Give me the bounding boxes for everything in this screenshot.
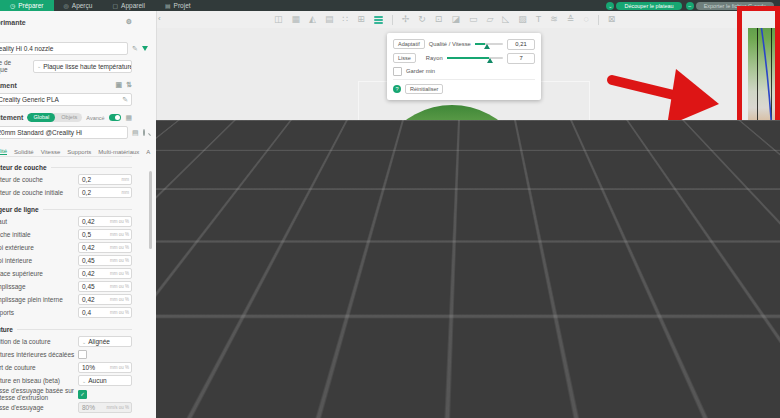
setting-input[interactable]: 0,42mm ou %: [78, 242, 132, 253]
setting-select[interactable]: ⌄Aucun: [78, 375, 132, 386]
arrange-icon[interactable]: ◭: [309, 15, 316, 24]
prepare-icon: ◷: [10, 2, 15, 9]
radius-value-input[interactable]: 7: [507, 53, 535, 64]
setting-input[interactable]: 0,42mm ou %: [78, 216, 132, 227]
filament-section-header: Filament ▣ ⇅: [0, 79, 132, 91]
process-tab-vitesse[interactable]: Vitesse: [41, 149, 61, 155]
settings-sections: Hauteur de coucheHauteur de couche0,2mmH…: [0, 162, 132, 414]
collapse-panel-icon[interactable]: ‹: [158, 14, 161, 23]
process-tab-multi-mat-riaux[interactable]: Multi-matériaux: [98, 149, 139, 155]
model-sphere[interactable]: [356, 105, 548, 347]
slice-dropdown-icon[interactable]: ⌄: [606, 2, 614, 10]
tab-aperçu[interactable]: ◎Aperçu: [54, 0, 103, 11]
lasso-icon[interactable]: ◌: [583, 15, 588, 24]
edit-filament-icon[interactable]: ✎: [122, 96, 128, 104]
layers-icon[interactable]: [374, 16, 383, 24]
filament-select[interactable]: ⌄ Creality Generic PLA ✎: [0, 93, 132, 106]
grid-icon[interactable]: ▦: [125, 114, 132, 122]
setting-input[interactable]: 0,42mm ou %: [78, 268, 132, 279]
lay-flat-icon[interactable]: ◺: [502, 15, 509, 24]
setting-input[interactable]: 0,45mm ou %: [78, 255, 132, 266]
process-title: Traitement: [0, 114, 23, 121]
paint-support-icon[interactable]: ▨: [518, 15, 527, 24]
scope-segment[interactable]: Global Objets: [27, 113, 82, 122]
radius-slider[interactable]: [447, 57, 503, 59]
nozzle-icon[interactable]: [142, 46, 148, 51]
section-title: Hauteur de couche: [0, 164, 47, 171]
setting-label: Écart de couture: [0, 364, 78, 371]
tab-appareil[interactable]: ▢Appareil: [102, 0, 155, 11]
help-icon[interactable]: ?: [393, 85, 401, 93]
setting-row: Hauteur de couche initiale0,2mm: [0, 186, 132, 199]
setting-label: Couture en biseau (beta): [0, 377, 78, 384]
cube-icon[interactable]: ◫: [274, 15, 283, 24]
plate-icon[interactable]: ▦: [292, 15, 301, 24]
setting-checkbox[interactable]: ✓: [78, 390, 87, 399]
object-name: Nom de l'objet : sphere_r-24mm.STL: [592, 380, 733, 387]
tab-préparer[interactable]: ◷Préparer: [0, 0, 54, 11]
adaptive-button[interactable]: Adaptatif: [393, 39, 425, 49]
tab-projet[interactable]: ▤Projet: [155, 0, 201, 11]
edit-printer-icon[interactable]: ✎: [132, 45, 138, 53]
settings-panel: Imprimante ⚙ Creality Hi 0.4 nozzle ✎ Ty…: [0, 11, 157, 418]
add-filament-icon[interactable]: ▣: [116, 81, 123, 89]
view-cube-front[interactable]: Avant: [176, 373, 210, 406]
setting-input[interactable]: 0,2mm: [78, 174, 132, 185]
process-tab-supports[interactable]: Supports: [67, 149, 91, 155]
search-preset-icon[interactable]: [143, 129, 145, 136]
clone-squares-icon[interactable]: ⊞: [357, 15, 365, 24]
advanced-toggle[interactable]: [109, 114, 122, 121]
setting-input[interactable]: 0,45mm ou %: [78, 281, 132, 292]
process-tab-qualit-[interactable]: Qualité: [0, 148, 7, 155]
export-dropdown-icon[interactable]: –: [686, 2, 694, 10]
text-icon[interactable]: T: [536, 15, 542, 24]
sync-filament-icon[interactable]: ⇅: [126, 81, 132, 89]
plate-type-select[interactable]: ⌄ Plaque lisse haute température: [33, 60, 132, 73]
setting-input[interactable]: 0,42mm ou %: [78, 294, 132, 305]
move-icon[interactable]: ✢: [402, 15, 410, 24]
seam-icon[interactable]: ≋: [550, 15, 558, 24]
viewport-3d[interactable]: Avant X × Nom de l'objet : sphere_r-24mm…: [156, 28, 780, 418]
setting-value: 0,42: [82, 244, 95, 251]
setting-input[interactable]: 0,5mm ou %: [78, 229, 132, 240]
setting-input[interactable]: 0,4mm ou %: [78, 307, 132, 318]
process-tab-a[interactable]: A: [146, 149, 150, 155]
plate-type-label: Type de plaque: [0, 59, 30, 73]
printer-settings-icon[interactable]: ⚙: [126, 18, 132, 26]
setting-select[interactable]: ⌄Alignée: [78, 336, 132, 347]
setting-input[interactable]: 0,2mm: [78, 187, 132, 198]
cut-icon[interactable]: ◪: [451, 15, 460, 24]
printer-title: Imprimante: [0, 19, 26, 26]
quality-value-input[interactable]: 0,21: [507, 39, 535, 50]
mirror-icon[interactable]: ▭: [469, 15, 478, 24]
setting-value: 0,42: [82, 270, 95, 277]
image-icon[interactable]: ▤: [325, 15, 334, 24]
smooth-button[interactable]: Lisse: [393, 53, 416, 63]
reset-button[interactable]: Réinitialiser: [405, 84, 443, 94]
scope-global[interactable]: Global: [27, 113, 55, 122]
process-tab-solidit-[interactable]: Solidité: [14, 149, 34, 155]
close-icon[interactable]: ×: [731, 378, 735, 385]
process-preset-select[interactable]: 0.20mm Standard @Creality Hi: [0, 126, 128, 139]
view-cube-top[interactable]: [176, 366, 210, 373]
setting-row: Paroi extérieure0,42mm ou %: [0, 241, 132, 254]
setting-input[interactable]: 10%mm ou %: [78, 362, 132, 373]
setting-label: Hauteur de couche: [0, 176, 78, 183]
printer-name-input[interactable]: Creality Hi 0.4 nozzle: [0, 42, 128, 55]
setting-label: Couche initiale: [0, 231, 78, 238]
duplicate-icon[interactable]: ▱: [486, 15, 493, 24]
clone-circles-icon[interactable]: ∷: [342, 15, 348, 24]
rotate-icon[interactable]: ↻: [418, 15, 426, 24]
slice-plate-button[interactable]: Découper le plateau: [616, 2, 681, 10]
plugin-icon[interactable]: ⊠: [608, 15, 616, 24]
keep-min-checkbox[interactable]: [393, 67, 402, 76]
scope-objects[interactable]: Objets: [55, 113, 82, 122]
setting-checkbox[interactable]: [78, 350, 87, 359]
setting-input[interactable]: 80%mm/s ou %: [78, 402, 132, 413]
save-preset-icon[interactable]: ▤: [132, 129, 139, 137]
smoothing-icon[interactable]: ≙: [567, 15, 575, 24]
scale-icon[interactable]: ⊡: [435, 15, 443, 24]
view-cube[interactable]: Avant X: [174, 366, 212, 410]
quality-slider[interactable]: [475, 43, 503, 45]
panel-scrollbar[interactable]: [149, 171, 152, 249]
